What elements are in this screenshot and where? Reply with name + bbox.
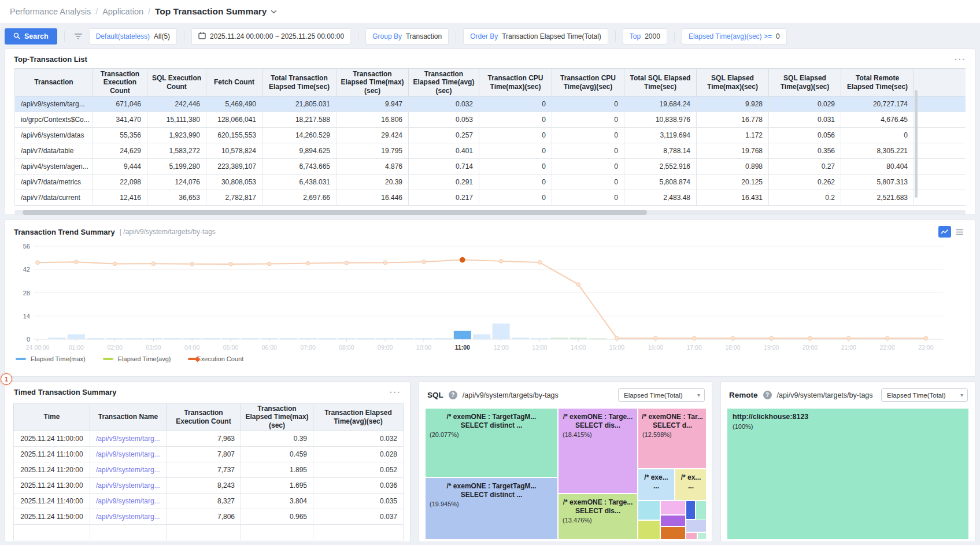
trend-point[interactable] [422, 260, 426, 264]
trend-bar[interactable] [531, 338, 548, 339]
table-row[interactable]: io/grpc/Contexts$Co...341,47015,111,3801… [15, 112, 966, 128]
treemap-cell[interactable] [686, 532, 697, 540]
help-icon[interactable]: ? [449, 391, 457, 399]
trend-bar[interactable] [164, 338, 182, 339]
table-row[interactable]: /api/v9/system/targ...671,046242,4465,46… [15, 97, 966, 112]
elapsed-filter-chip[interactable]: Elapsed Time(avg)(sec) >= 0 [682, 28, 787, 45]
agent-filter-chip[interactable]: Default(stateless) All(5) [89, 28, 177, 45]
trend-bar[interactable] [357, 338, 375, 339]
legend-item[interactable]: Elapsed Time(max) [16, 355, 86, 362]
trend-bar[interactable] [125, 338, 143, 339]
trend-bar[interactable] [183, 338, 201, 339]
panel-menu-icon[interactable]: ··· [955, 57, 966, 62]
column-header[interactable]: Transaction Elapsed Time(max)(sec) [241, 403, 313, 431]
trend-point[interactable] [36, 261, 40, 265]
table-row[interactable]: 2025.11.24 11:30:00/api/v9/system/targ..… [14, 478, 404, 494]
trend-point[interactable] [692, 336, 696, 340]
treemap-cell[interactable] [638, 520, 660, 540]
transaction-link[interactable]: /api/v9/system/targ... [96, 497, 160, 505]
trend-point[interactable] [383, 261, 387, 265]
trend-bar[interactable] [454, 331, 471, 339]
treemap-cell[interactable]: http://clickhouse:8123(100%) [727, 408, 969, 540]
treemap-cell[interactable]: /* ex...... [675, 469, 706, 500]
column-header[interactable]: Transaction CPU Time(avg)(sec) [552, 69, 624, 97]
table-row[interactable]: /api/v7/data/table24,6291,583,27210,578,… [15, 143, 966, 159]
trend-point[interactable] [190, 262, 194, 266]
trend-bar[interactable] [396, 338, 413, 339]
trend-bar[interactable] [145, 338, 162, 339]
order-by-chip[interactable]: Order By Transaction Elapsed Time(Total) [463, 28, 608, 45]
treemap-cell[interactable] [697, 532, 706, 540]
legend-item[interactable]: Execution Count [188, 355, 243, 362]
trend-bar[interactable] [569, 338, 587, 339]
trend-bar[interactable] [68, 334, 85, 339]
table-row[interactable]: /api/v7/data/metrics22,098124,07630,808,… [15, 175, 966, 190]
column-header[interactable]: SQL Execution Count [147, 69, 206, 97]
trend-bar[interactable] [376, 338, 394, 339]
column-header[interactable]: SQL Elapsed Time(max)(sec) [697, 69, 769, 97]
horizontal-scrollbar-thumb[interactable] [23, 210, 647, 215]
transaction-link[interactable]: /api/v9/system/targ... [96, 481, 160, 490]
column-header[interactable]: Transaction Execution Count [93, 69, 147, 97]
trend-bar[interactable] [48, 338, 65, 339]
filter-icon[interactable] [72, 33, 85, 40]
treemap-cell[interactable] [686, 520, 706, 532]
page-title[interactable]: Top Transaction Summary [155, 6, 267, 17]
table-row[interactable]: 2025.11.24 11:50:00/api/v9/system/targ..… [14, 509, 404, 525]
table-row[interactable]: 2025.11.24 11:00:00/api/v9/system/targ..… [14, 431, 404, 447]
panel-menu-icon[interactable]: ··· [390, 390, 401, 395]
breadcrumb-item-performance-analysis[interactable]: Performance Analysis [10, 7, 91, 16]
group-by-chip[interactable]: Group By Transaction [365, 28, 449, 45]
sql-metric-select[interactable]: Elapsed Time(Total) ▾ [618, 388, 705, 402]
table-row[interactable]: 2025.11.24 11:10:00/api/v9/system/targ..… [14, 447, 404, 462]
trend-point[interactable] [846, 336, 850, 340]
transaction-link[interactable]: /api/v9/system/targ... [96, 466, 160, 474]
trend-point[interactable] [74, 260, 78, 264]
trend-point[interactable] [538, 260, 542, 264]
trend-bar[interactable] [338, 338, 355, 339]
trend-bar[interactable] [473, 334, 490, 339]
column-header[interactable]: Transaction [15, 69, 93, 97]
transaction-link[interactable]: /api/v9/system/targ... [96, 435, 160, 443]
column-header[interactable]: Total SQL Elapsed Time(sec) [624, 69, 697, 97]
trend-point[interactable] [345, 261, 349, 265]
trend-bar[interactable] [319, 338, 336, 339]
trend-point[interactable] [653, 336, 657, 340]
trend-chart[interactable]: 01428425624 00:0001:0002:0003:0004:0005:… [11, 241, 969, 354]
chevron-down-icon[interactable] [271, 10, 277, 14]
treemap-cell[interactable]: /* exemONE : Targe...SELECT dis...(18.41… [558, 408, 638, 494]
trend-point[interactable] [615, 336, 619, 340]
trend-point[interactable] [229, 262, 233, 266]
trend-bar[interactable] [203, 338, 220, 339]
table-row[interactable]: /api/v6/system/datas55,3561,923,990620,1… [15, 128, 966, 143]
trend-point[interactable] [885, 336, 889, 340]
treemap-cell[interactable]: /* exe...... [638, 469, 675, 500]
trend-bar[interactable] [493, 324, 510, 339]
transaction-link[interactable]: /api/v9/system/targ... [96, 450, 160, 458]
trend-bar[interactable] [106, 338, 124, 339]
trend-bar[interactable] [261, 338, 278, 339]
top-count-chip[interactable]: Top 2000 [623, 28, 667, 45]
trend-bar[interactable] [550, 338, 568, 339]
breadcrumb-item-application[interactable]: Application [102, 7, 143, 16]
trend-bar[interactable] [299, 338, 317, 339]
column-header[interactable]: SQL Elapsed Time(avg)(sec) [769, 69, 841, 97]
vertical-scrollbar[interactable] [915, 90, 918, 198]
treemap-cell[interactable]: /* exemONE : TargetTagM...SELECT distinc… [425, 408, 558, 477]
list-view-button[interactable] [953, 226, 966, 238]
trend-point[interactable] [499, 259, 503, 263]
trend-point[interactable] [924, 336, 928, 340]
notification-badge[interactable]: 1 [1, 373, 12, 385]
trend-point[interactable] [306, 261, 310, 265]
trend-point[interactable] [113, 262, 117, 266]
trend-point[interactable] [770, 336, 774, 340]
treemap-cell[interactable] [638, 500, 660, 520]
trend-point[interactable] [576, 283, 580, 287]
remote-metric-select[interactable]: Elapsed Time(Total) ▾ [881, 388, 968, 402]
treemap-cell[interactable]: /* exemONE : TargetTagM...SELECT distinc… [425, 477, 558, 540]
trend-point[interactable] [267, 262, 271, 266]
trend-bar[interactable] [241, 338, 258, 339]
table-row[interactable]: 2025.11.24 11:20:00/api/v9/system/targ..… [14, 462, 404, 478]
treemap-cell[interactable] [660, 527, 686, 540]
treemap-cell[interactable]: /* exemONE : Tar...SELECT d...(12.598%) [638, 408, 706, 469]
